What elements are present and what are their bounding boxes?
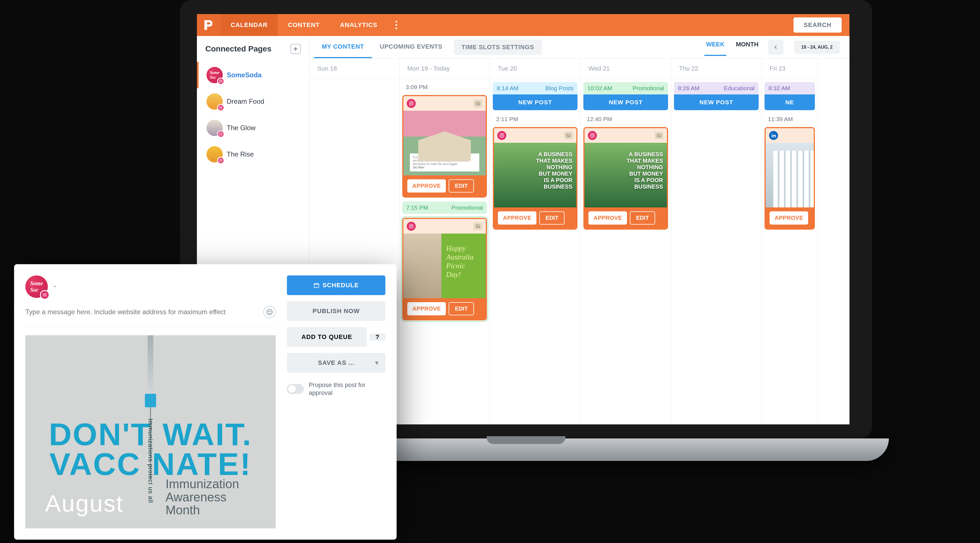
svg-point-7 <box>220 133 222 135</box>
svg-point-18 <box>410 225 412 227</box>
image-icon <box>473 100 482 107</box>
slot-time: 8:32 AM <box>768 85 790 92</box>
sidebar-page-theglow[interactable]: The Glow <box>197 115 309 141</box>
post-image <box>766 143 814 207</box>
svg-point-28 <box>592 135 593 136</box>
svg-point-19 <box>412 225 413 225</box>
nav-more-icon[interactable] <box>388 14 405 36</box>
avatar[interactable]: SomeSoc <box>25 275 48 298</box>
post-author: Jay Baer <box>413 166 425 169</box>
post-card[interactable]: If your stories are all about your produ… <box>402 95 487 198</box>
svg-point-16 <box>477 103 477 103</box>
sidebar-page-therise[interactable]: The Rise <box>197 141 309 168</box>
app-logo[interactable] <box>197 14 221 36</box>
emoji-button[interactable] <box>263 306 276 318</box>
image-icon <box>655 132 663 140</box>
post-card[interactable]: A BUSINESS THAT MAKES NOTHING BUT MONEY … <box>583 127 668 230</box>
queue-help-button[interactable]: ? <box>370 333 385 341</box>
slot-category: Promotional <box>452 204 483 211</box>
post-time: 2:11 PM <box>493 114 578 123</box>
compose-preview-image[interactable]: DON'TWAIT. VACCNATE! Immunizations prote… <box>25 335 276 529</box>
add-to-queue-row: ADD TO QUEUE ? <box>287 327 385 347</box>
slot-category: Blog Posts <box>546 85 574 92</box>
day-header-fri: Fri 23 <box>762 59 818 79</box>
approve-button[interactable]: APPROVE <box>770 211 808 225</box>
svg-rect-38 <box>314 284 319 288</box>
sidebar-title: Connected Pages <box>205 44 272 53</box>
propose-toggle[interactable] <box>287 384 304 394</box>
tab-time-slots-settings[interactable]: TIME SLOTS SETTINGS <box>454 40 542 55</box>
svg-point-4 <box>220 107 222 108</box>
svg-point-14 <box>412 102 413 103</box>
range-week[interactable]: WEEK <box>704 38 726 56</box>
svg-point-10 <box>220 160 222 161</box>
add-page-button[interactable] <box>291 44 301 54</box>
instagram-icon <box>217 104 224 111</box>
svg-point-21 <box>477 225 477 226</box>
approve-button[interactable]: APPROVE <box>407 179 446 192</box>
tab-upcoming-events[interactable]: UPCOMING EVENTS <box>372 36 450 58</box>
instagram-icon <box>407 222 416 231</box>
post-card[interactable]: APPROVE <box>765 127 815 230</box>
instagram-icon <box>217 130 224 138</box>
syringe-graphic <box>143 335 158 420</box>
post-image: If your stories are all about your produ… <box>403 111 486 175</box>
tab-my-content[interactable]: MY CONTENT <box>314 36 372 58</box>
new-post-button[interactable]: NEW POST <box>583 94 668 110</box>
date-range-label[interactable]: 18 - 24, AUG, 2 <box>794 41 840 54</box>
post-overlay-text: A BUSINESS THAT MAKES NOTHING BUT MONEY … <box>536 151 573 190</box>
svg-rect-15 <box>476 102 480 105</box>
image-icon <box>564 132 573 140</box>
sidebar-page-dreamfood[interactable]: Dream Food <box>197 88 309 115</box>
edit-button[interactable]: EDIT <box>539 211 565 225</box>
sidebar-page-somesoda[interactable]: SomeSoc SomeSoda <box>197 62 309 88</box>
new-post-button[interactable]: NEW POST <box>674 94 759 110</box>
schedule-button[interactable]: SCHEDULE <box>287 275 385 295</box>
day-header-wed: Wed 21 <box>581 59 671 79</box>
edit-button[interactable]: EDIT <box>449 302 474 315</box>
message-input[interactable] <box>25 308 259 316</box>
post-time: 12:40 PM <box>583 114 668 123</box>
publish-now-button[interactable]: PUBLISH NOW <box>287 301 385 321</box>
content-tabs: MY CONTENT UPCOMING EVENTS TIME SLOTS SE… <box>309 36 850 59</box>
slot-category: Promotional <box>633 85 664 92</box>
approve-button[interactable]: APPROVE <box>407 302 446 315</box>
svg-point-29 <box>593 134 594 135</box>
post-image: A BUSINESS THAT MAKES NOTHING BUT MONEY … <box>584 143 667 207</box>
chevron-down-icon[interactable] <box>52 284 57 289</box>
post-card[interactable]: A BUSINESS THAT MAKES NOTHING BUT MONEY … <box>493 127 578 230</box>
nav-content[interactable]: CONTENT <box>278 14 330 36</box>
add-to-queue-button[interactable]: ADD TO QUEUE <box>287 327 367 347</box>
save-as-label: SAVE AS ... <box>318 359 355 367</box>
nav-analytics[interactable]: ANALYTICS <box>330 14 388 36</box>
post-caption: If your stories are all about your produ… <box>413 156 469 165</box>
compose-popup: SomeSoc DON'TWAIT. VACCNATE! Immunizatio… <box>14 264 397 540</box>
svg-point-33 <box>44 294 46 296</box>
calendar-icon <box>313 282 320 288</box>
edit-button[interactable]: EDIT <box>449 179 474 192</box>
day-header-sun: Sun 18 <box>309 59 399 79</box>
avatar <box>207 120 223 136</box>
range-month[interactable]: MONTH <box>734 38 760 56</box>
svg-rect-25 <box>566 134 570 137</box>
instagram-icon <box>588 131 597 140</box>
svg-rect-30 <box>657 134 661 137</box>
svg-point-35 <box>267 309 272 315</box>
approve-button[interactable]: APPROVE <box>589 211 627 225</box>
month-text: August <box>45 490 124 517</box>
vertical-tagline: Immunizations protect us all <box>147 419 154 503</box>
edit-button[interactable]: EDIT <box>630 211 655 225</box>
search-button[interactable]: SEARCH <box>794 17 842 33</box>
nav-calendar[interactable]: CALENDAR <box>221 14 278 36</box>
svg-point-23 <box>501 135 503 136</box>
post-image: A BUSINESS THAT MAKES NOTHING BUT MONEY … <box>494 143 576 207</box>
new-post-button[interactable]: NE <box>765 94 815 110</box>
post-card[interactable]: Happy Australia Picnic Day! APPROVE <box>402 218 487 321</box>
avatar: SomeSoc <box>207 67 223 83</box>
save-as-button[interactable]: SAVE AS ... ▾ <box>287 353 385 373</box>
new-post-button[interactable]: NEW POST <box>493 94 578 110</box>
top-nav: CALENDAR CONTENT ANALYTICS SEARCH <box>197 14 850 36</box>
day-header-thu: Thu 22 <box>671 59 762 79</box>
approve-button[interactable]: APPROVE <box>498 211 536 225</box>
prev-week-button[interactable] <box>768 40 783 55</box>
